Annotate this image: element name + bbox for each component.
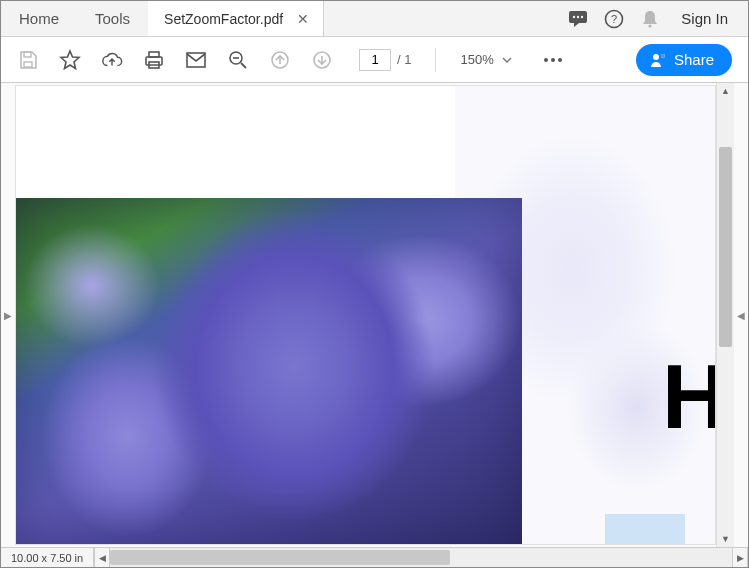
svg-rect-7 [24,62,32,67]
scroll-left-icon[interactable]: ◀ [94,548,110,567]
page-number-input[interactable] [359,49,391,71]
bell-icon[interactable] [639,8,661,30]
zoom-dropdown[interactable]: 150% [460,52,511,67]
cropped-text: H [662,346,716,449]
svg-point-18 [544,58,548,62]
toolbar-divider [435,48,436,72]
scroll-right-icon[interactable]: ▶ [732,548,748,567]
svg-point-20 [558,58,562,62]
scroll-up-icon[interactable]: ▲ [717,83,734,99]
help-icon[interactable]: ? [603,8,625,30]
tab-home[interactable]: Home [1,1,77,36]
comment-icon[interactable] [567,8,589,30]
document-tab[interactable]: SetZoomFactor.pdf ✕ [148,1,324,36]
sign-in-button[interactable]: Sign In [675,10,734,27]
horizontal-scrollbar[interactable] [110,548,732,567]
print-icon[interactable] [143,49,165,71]
document-image-hyacinth [16,198,522,545]
tab-tools[interactable]: Tools [77,1,148,36]
svg-point-3 [581,15,583,17]
toolbar: / 1 150% Share [1,37,748,83]
close-tab-icon[interactable]: ✕ [293,11,313,27]
page-total-label: / 1 [397,52,411,67]
chevron-down-icon [502,57,512,63]
share-person-icon [650,52,666,68]
save-icon[interactable] [17,49,39,71]
svg-point-6 [649,24,652,27]
page-indicator: / 1 [359,49,411,71]
svg-rect-10 [149,52,159,57]
document-title: SetZoomFactor.pdf [164,11,283,27]
horizontal-scroll-thumb[interactable] [110,550,450,565]
document-viewport: ▶ H ▲ ▼ ◀ [1,83,748,547]
vertical-scrollbar[interactable]: ▲ ▼ [716,83,734,547]
right-panel-toggle[interactable]: ◀ [734,83,748,547]
mail-icon[interactable] [185,49,207,71]
star-icon[interactable] [59,49,81,71]
pdf-page[interactable]: H [15,85,716,545]
share-button[interactable]: Share [636,44,732,76]
page-down-icon[interactable] [311,49,333,71]
svg-text:?: ? [611,13,617,25]
cropped-box [605,514,685,545]
scroll-down-icon[interactable]: ▼ [717,531,734,547]
left-panel-toggle[interactable]: ▶ [1,83,15,547]
status-bar: 10.00 x 7.50 in ◀ ▶ [1,547,748,567]
menu-bar: Home Tools SetZoomFactor.pdf ✕ ? Sign In [1,1,748,37]
svg-point-2 [577,15,579,17]
cloud-upload-icon[interactable] [101,49,123,71]
svg-point-21 [653,54,659,60]
share-label: Share [674,51,714,68]
page-up-icon[interactable] [269,49,291,71]
vertical-scroll-thumb[interactable] [719,147,732,347]
svg-point-1 [573,15,575,17]
svg-point-19 [551,58,555,62]
more-icon[interactable] [542,49,564,71]
svg-line-14 [241,63,246,68]
zoom-level-label: 150% [460,52,493,67]
page-dimensions: 10.00 x 7.50 in [1,548,94,567]
zoom-out-icon[interactable] [227,49,249,71]
